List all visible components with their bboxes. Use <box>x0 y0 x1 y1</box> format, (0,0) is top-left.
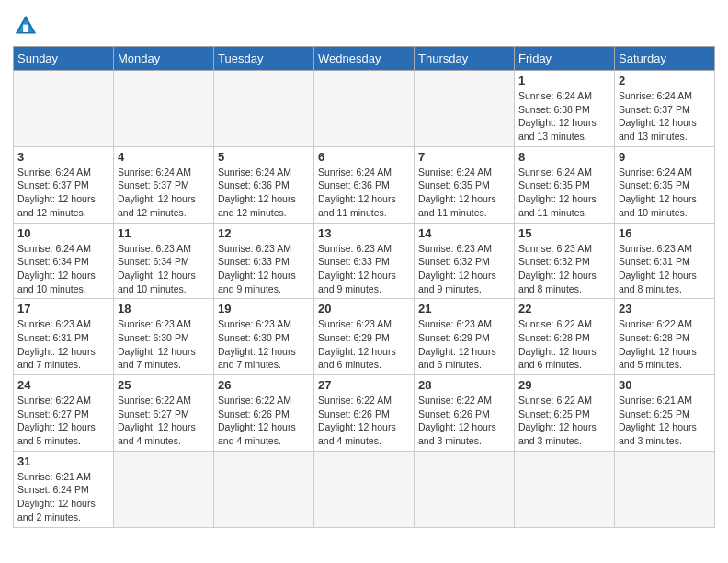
day-cell: 31Sunrise: 6:21 AM Sunset: 6:24 PM Dayli… <box>14 451 114 527</box>
day-number: 10 <box>17 226 109 240</box>
col-header-friday: Friday <box>515 47 615 71</box>
day-cell: 13Sunrise: 6:23 AM Sunset: 6:33 PM Dayli… <box>314 223 415 299</box>
day-cell <box>114 71 214 147</box>
day-number: 8 <box>518 150 610 164</box>
day-number: 28 <box>418 378 510 392</box>
week-row-0: 1Sunrise: 6:24 AM Sunset: 6:38 PM Daylig… <box>14 71 715 147</box>
day-cell: 11Sunrise: 6:23 AM Sunset: 6:34 PM Dayli… <box>114 223 214 299</box>
day-cell: 1Sunrise: 6:24 AM Sunset: 6:38 PM Daylig… <box>515 71 615 147</box>
day-cell <box>615 451 715 527</box>
day-number: 21 <box>418 302 510 316</box>
day-info: Sunrise: 6:22 AM Sunset: 6:28 PM Dayligh… <box>619 317 711 372</box>
day-info: Sunrise: 6:23 AM Sunset: 6:32 PM Dayligh… <box>418 242 510 296</box>
day-cell: 22Sunrise: 6:22 AM Sunset: 6:28 PM Dayli… <box>515 299 615 375</box>
day-info: Sunrise: 6:22 AM Sunset: 6:27 PM Dayligh… <box>118 394 210 448</box>
day-info: Sunrise: 6:24 AM Sunset: 6:35 PM Dayligh… <box>518 166 610 220</box>
day-number: 13 <box>318 226 410 240</box>
page: SundayMondayTuesdayWednesdayThursdayFrid… <box>0 0 728 537</box>
day-number: 17 <box>17 302 109 316</box>
day-number: 26 <box>218 378 310 392</box>
day-cell: 15Sunrise: 6:23 AM Sunset: 6:32 PM Dayli… <box>515 223 615 299</box>
day-number: 23 <box>619 302 711 316</box>
day-number: 9 <box>619 150 711 164</box>
day-info: Sunrise: 6:24 AM Sunset: 6:35 PM Dayligh… <box>418 166 510 220</box>
day-info: Sunrise: 6:23 AM Sunset: 6:30 PM Dayligh… <box>118 317 210 372</box>
day-cell <box>314 451 415 527</box>
week-row-2: 10Sunrise: 6:24 AM Sunset: 6:34 PM Dayli… <box>14 223 715 299</box>
day-cell <box>415 451 515 527</box>
day-info: Sunrise: 6:23 AM Sunset: 6:31 PM Dayligh… <box>17 317 109 372</box>
day-cell: 19Sunrise: 6:23 AM Sunset: 6:30 PM Dayli… <box>214 299 314 375</box>
day-cell: 20Sunrise: 6:23 AM Sunset: 6:29 PM Dayli… <box>314 299 415 375</box>
day-info: Sunrise: 6:23 AM Sunset: 6:34 PM Dayligh… <box>118 242 210 296</box>
day-number: 6 <box>318 150 410 164</box>
day-cell <box>114 451 214 527</box>
day-cell: 8Sunrise: 6:24 AM Sunset: 6:35 PM Daylig… <box>515 146 615 223</box>
week-row-5: 31Sunrise: 6:21 AM Sunset: 6:24 PM Dayli… <box>14 451 715 527</box>
day-number: 14 <box>418 226 510 240</box>
day-info: Sunrise: 6:22 AM Sunset: 6:28 PM Dayligh… <box>518 317 610 372</box>
day-info: Sunrise: 6:24 AM Sunset: 6:37 PM Dayligh… <box>619 89 711 144</box>
day-info: Sunrise: 6:21 AM Sunset: 6:24 PM Dayligh… <box>17 470 109 524</box>
day-number: 3 <box>17 150 109 164</box>
day-cell: 28Sunrise: 6:22 AM Sunset: 6:26 PM Dayli… <box>415 375 515 452</box>
day-cell: 14Sunrise: 6:23 AM Sunset: 6:32 PM Dayli… <box>415 223 515 299</box>
day-cell: 18Sunrise: 6:23 AM Sunset: 6:30 PM Dayli… <box>114 299 214 375</box>
col-header-saturday: Saturday <box>615 47 715 71</box>
day-number: 12 <box>218 226 310 240</box>
col-header-sunday: Sunday <box>14 47 114 71</box>
day-cell: 16Sunrise: 6:23 AM Sunset: 6:31 PM Dayli… <box>615 223 715 299</box>
day-info: Sunrise: 6:23 AM Sunset: 6:32 PM Dayligh… <box>518 242 610 296</box>
col-header-wednesday: Wednesday <box>314 47 415 71</box>
calendar-table: SundayMondayTuesdayWednesdayThursdayFrid… <box>13 46 715 528</box>
day-cell <box>415 71 515 147</box>
day-info: Sunrise: 6:22 AM Sunset: 6:26 PM Dayligh… <box>218 394 310 448</box>
week-row-1: 3Sunrise: 6:24 AM Sunset: 6:37 PM Daylig… <box>14 146 715 223</box>
day-number: 1 <box>518 74 610 87</box>
calendar-header-row: SundayMondayTuesdayWednesdayThursdayFrid… <box>14 47 715 71</box>
day-info: Sunrise: 6:23 AM Sunset: 6:33 PM Dayligh… <box>218 242 310 296</box>
day-info: Sunrise: 6:24 AM Sunset: 6:35 PM Dayligh… <box>619 166 711 220</box>
day-info: Sunrise: 6:24 AM Sunset: 6:36 PM Dayligh… <box>218 166 310 220</box>
day-cell: 17Sunrise: 6:23 AM Sunset: 6:31 PM Dayli… <box>14 299 114 375</box>
logo-icon <box>13 13 39 39</box>
day-info: Sunrise: 6:24 AM Sunset: 6:34 PM Dayligh… <box>17 242 109 296</box>
day-number: 16 <box>619 226 711 240</box>
day-cell: 9Sunrise: 6:24 AM Sunset: 6:35 PM Daylig… <box>615 146 715 223</box>
col-header-thursday: Thursday <box>415 47 515 71</box>
day-cell <box>515 451 615 527</box>
day-info: Sunrise: 6:24 AM Sunset: 6:38 PM Dayligh… <box>518 89 610 144</box>
day-cell: 29Sunrise: 6:22 AM Sunset: 6:25 PM Dayli… <box>515 375 615 452</box>
logo <box>13 13 42 39</box>
day-cell <box>214 451 314 527</box>
day-info: Sunrise: 6:23 AM Sunset: 6:30 PM Dayligh… <box>218 317 310 372</box>
day-info: Sunrise: 6:22 AM Sunset: 6:27 PM Dayligh… <box>17 394 109 448</box>
day-info: Sunrise: 6:23 AM Sunset: 6:31 PM Dayligh… <box>619 242 711 296</box>
day-number: 7 <box>418 150 510 164</box>
header <box>13 9 715 39</box>
day-number: 4 <box>118 150 210 164</box>
day-cell <box>214 71 314 147</box>
day-number: 30 <box>619 378 711 392</box>
day-cell: 6Sunrise: 6:24 AM Sunset: 6:36 PM Daylig… <box>314 146 415 223</box>
day-cell: 5Sunrise: 6:24 AM Sunset: 6:36 PM Daylig… <box>214 146 314 223</box>
day-cell <box>314 71 415 147</box>
day-cell: 10Sunrise: 6:24 AM Sunset: 6:34 PM Dayli… <box>14 223 114 299</box>
day-cell: 26Sunrise: 6:22 AM Sunset: 6:26 PM Dayli… <box>214 375 314 452</box>
day-cell: 27Sunrise: 6:22 AM Sunset: 6:26 PM Dayli… <box>314 375 415 452</box>
day-number: 15 <box>518 226 610 240</box>
day-info: Sunrise: 6:21 AM Sunset: 6:25 PM Dayligh… <box>619 394 711 448</box>
day-number: 27 <box>318 378 410 392</box>
day-number: 2 <box>619 74 711 87</box>
col-header-tuesday: Tuesday <box>214 47 314 71</box>
day-cell: 4Sunrise: 6:24 AM Sunset: 6:37 PM Daylig… <box>114 146 214 223</box>
week-row-3: 17Sunrise: 6:23 AM Sunset: 6:31 PM Dayli… <box>14 299 715 375</box>
day-cell: 3Sunrise: 6:24 AM Sunset: 6:37 PM Daylig… <box>14 146 114 223</box>
svg-rect-2 <box>23 25 28 32</box>
day-number: 25 <box>118 378 210 392</box>
day-number: 11 <box>118 226 210 240</box>
col-header-monday: Monday <box>114 47 214 71</box>
day-cell: 12Sunrise: 6:23 AM Sunset: 6:33 PM Dayli… <box>214 223 314 299</box>
day-info: Sunrise: 6:23 AM Sunset: 6:29 PM Dayligh… <box>418 317 510 372</box>
day-info: Sunrise: 6:24 AM Sunset: 6:36 PM Dayligh… <box>318 166 410 220</box>
